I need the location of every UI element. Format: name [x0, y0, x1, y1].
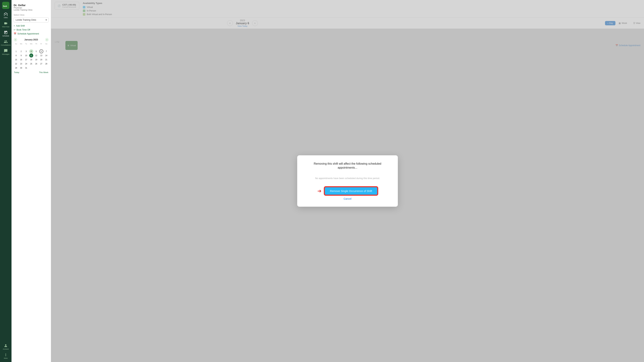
day-header-th: Th	[34, 42, 39, 45]
doctor-info: Dr. Gellar Physician Lorelie Training Cl…	[12, 2, 51, 13]
sidebar-item-account[interactable]: Account	[0, 342, 12, 352]
doctor-clinic: Lorelie Training Clinic	[14, 9, 49, 11]
sidebar-item-label: More	[4, 357, 8, 359]
meet-now-icon	[4, 21, 8, 25]
cancel-button[interactable]: Cancel	[344, 197, 352, 200]
calendar-prev-button[interactable]: ‹	[14, 38, 17, 41]
sidebar-item-label: Schedule	[2, 35, 9, 37]
sidebar-item-schedule[interactable]: Schedule	[0, 29, 12, 38]
cal-day-25[interactable]: 25	[29, 62, 33, 66]
cal-day-7[interactable]: 7	[44, 49, 48, 53]
modal-empty-message: No appointments have been scheduled duri…	[315, 173, 380, 183]
sidebar-item-messages[interactable]: Messages	[0, 47, 12, 56]
cal-day-26[interactable]: 26	[34, 62, 38, 66]
clinic-icon	[4, 12, 8, 16]
cal-day-empty	[34, 45, 38, 49]
calendar-month-year: January 2023	[24, 38, 38, 41]
book-time-off-link[interactable]: ↩ Book Time Off	[14, 28, 49, 31]
calendar-footer: Today This Week	[14, 71, 49, 73]
add-shift-label: Add Shift	[16, 24, 25, 27]
remove-shift-modal: Removing this shift will affect the foll…	[297, 155, 398, 207]
cal-day-empty	[29, 45, 33, 49]
modal-overlay: Removing this shift will affect the foll…	[51, 0, 644, 362]
today-link[interactable]: Today	[14, 71, 19, 73]
select-clinic-label: Select Clinic	[12, 13, 51, 17]
cal-day-6[interactable]: 6	[39, 49, 43, 53]
sidebar-item-more[interactable]: More	[0, 352, 12, 361]
sidebar-item-label: Consultations	[1, 44, 11, 46]
cal-day-24[interactable]: 24	[24, 62, 28, 66]
cal-day-17[interactable]: 17	[24, 58, 28, 62]
cal-day-13[interactable]: 13	[39, 53, 43, 57]
mini-calendar: ‹ January 2023 › Su Mo Tu We Th Fr Sa 1 …	[12, 36, 51, 75]
sidebar-item-label: Clinic	[4, 17, 8, 18]
day-header-fr: Fr	[39, 42, 44, 45]
sidebar: Sask Clinic Meet Now Schedule Consultati…	[0, 0, 12, 362]
calendar-next-button[interactable]: ›	[45, 38, 49, 41]
messages-icon	[4, 49, 8, 53]
remove-single-occurrence-button[interactable]: Remove Single Occurrence of Shift	[324, 187, 378, 195]
sidebar-item-consultations[interactable]: Consultations	[0, 38, 12, 47]
account-icon	[4, 344, 8, 348]
cal-day-23[interactable]: 23	[19, 62, 23, 66]
cal-day-12[interactable]: 12	[34, 53, 38, 57]
arrow-annotation: ➜	[317, 188, 322, 194]
svg-text:Sask: Sask	[3, 5, 7, 7]
sidebar-item-label: Meet Now	[2, 26, 10, 28]
cal-day-15[interactable]: 15	[14, 58, 18, 62]
doctor-name: Dr. Gellar	[14, 3, 49, 7]
cal-day-empty	[19, 45, 23, 49]
action-links: + Add Shift ↩ Book Time Off 📅 Schedule A…	[12, 23, 51, 36]
cal-day-empty	[44, 66, 48, 70]
book-time-off-label: Book Time Off	[16, 28, 30, 31]
main-content: 🕐 CST (-06:00) Current timezone Availabi…	[51, 0, 644, 362]
cal-day-20[interactable]: 20	[39, 58, 43, 62]
clinic-dropdown[interactable]: Lorelie Training Clinic ▾	[14, 17, 49, 22]
cal-day-3[interactable]: 3	[24, 49, 28, 53]
calendar-icon: 📅	[14, 32, 16, 35]
left-panel: Dr. Gellar Physician Lorelie Training Cl…	[12, 0, 51, 362]
cal-day-27[interactable]: 27	[39, 62, 43, 66]
add-shift-link[interactable]: + Add Shift	[14, 24, 49, 27]
button-row: ➜ Remove Single Occurrence of Shift	[304, 187, 391, 195]
schedule-appointment-label: Schedule Appointment	[18, 32, 39, 35]
cal-day-10[interactable]: 10	[24, 53, 28, 57]
cal-day-1[interactable]: 1	[14, 49, 18, 53]
cal-day-11[interactable]: 11	[29, 53, 33, 57]
this-week-link[interactable]: This Week	[39, 71, 48, 73]
cal-day-30[interactable]: 30	[19, 66, 23, 70]
cal-day-29[interactable]: 29	[14, 66, 18, 70]
cal-day-empty	[14, 45, 18, 49]
calendar-header: ‹ January 2023 ›	[14, 38, 49, 41]
cal-day-empty	[29, 66, 33, 70]
sidebar-item-label: Messages	[2, 53, 9, 55]
cal-day-28[interactable]: 28	[44, 62, 48, 66]
modal-title: Removing this shift will affect the foll…	[304, 162, 391, 170]
consultations-icon	[4, 40, 8, 44]
day-header-tu: Tu	[24, 42, 28, 45]
cal-day-4[interactable]: 4	[29, 49, 33, 53]
sidebar-item-meet-now[interactable]: Meet Now	[0, 20, 12, 29]
cal-day-8[interactable]: 8	[14, 53, 18, 57]
cal-day-5[interactable]: 5	[34, 49, 38, 53]
cal-day-9[interactable]: 9	[19, 53, 23, 57]
day-header-su: Su	[14, 42, 18, 45]
modal-actions: ➜ Remove Single Occurrence of Shift Canc…	[304, 187, 391, 200]
cal-day-empty	[39, 66, 43, 70]
doctor-title: Physician	[14, 7, 49, 9]
more-icon	[4, 353, 8, 357]
schedule-appointment-link[interactable]: 📅 Schedule Appointment	[14, 32, 49, 35]
cal-day-31[interactable]: 31	[24, 66, 28, 70]
calendar-grid: Su Mo Tu We Th Fr Sa 1 2 3 4 5 6 7 8 9	[14, 42, 49, 70]
cal-day-2[interactable]: 2	[19, 49, 23, 53]
plus-icon: +	[14, 24, 15, 27]
day-header-we: We	[29, 42, 34, 45]
cal-day-19[interactable]: 19	[34, 58, 38, 62]
cal-day-22[interactable]: 22	[14, 62, 18, 66]
cal-day-16[interactable]: 16	[19, 58, 23, 62]
sidebar-item-clinic[interactable]: Clinic	[0, 11, 12, 20]
cal-day-21[interactable]: 21	[44, 58, 48, 62]
cal-day-18[interactable]: 18	[29, 58, 33, 62]
chevron-down-icon: ▾	[46, 19, 47, 21]
cal-day-14[interactable]: 14	[44, 53, 48, 57]
